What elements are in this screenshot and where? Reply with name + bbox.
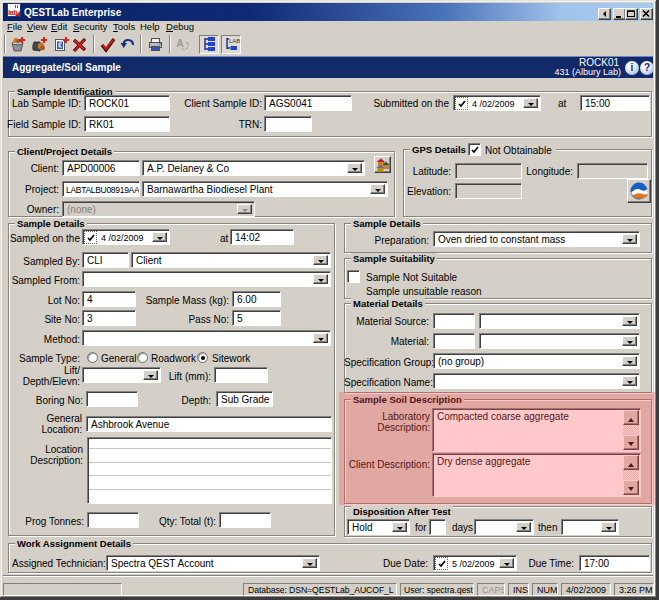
svg-text:A: A — [177, 38, 184, 49]
svg-text:LAB: LAB — [229, 38, 240, 44]
